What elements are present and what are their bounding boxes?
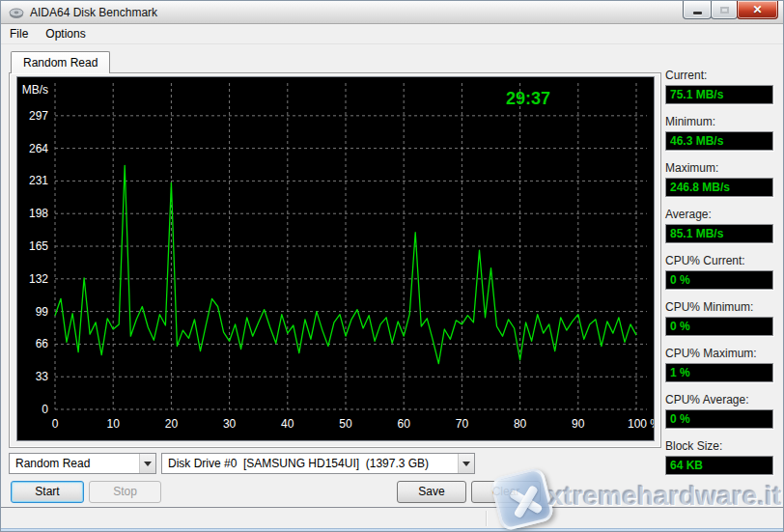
status-bar-separator	[486, 511, 487, 526]
stats-panel: Current: 75.1 MB/s Minimum: 46.3 MB/s Ma…	[665, 69, 773, 486]
chevron-down-icon	[144, 462, 152, 466]
svg-text:20: 20	[165, 417, 179, 431]
svg-text:80: 80	[514, 417, 527, 431]
svg-text:90: 90	[572, 417, 585, 431]
svg-text:40: 40	[281, 417, 294, 431]
stat-average-label: Average:	[665, 208, 773, 222]
stat-maximum-value: 246.8 MB/s	[665, 178, 773, 197]
stat-cpu-minimum-label: CPU% Minimum:	[665, 300, 773, 315]
svg-text:264: 264	[29, 142, 48, 155]
svg-text:50: 50	[339, 417, 352, 431]
tab-random-read[interactable]: Random Read	[11, 51, 110, 73]
chevron-down-icon	[462, 462, 470, 466]
svg-text:231: 231	[29, 174, 48, 187]
svg-text:66: 66	[36, 337, 49, 350]
svg-text:297: 297	[29, 109, 48, 123]
svg-text:165: 165	[29, 239, 48, 253]
stat-current-value: 75.1 MB/s	[665, 85, 773, 104]
stat-cpu-average-value: 0 %	[665, 409, 773, 429]
svg-text:30: 30	[223, 417, 237, 431]
maximize-icon	[720, 7, 729, 14]
stat-cpu-maximum-value: 1 %	[665, 363, 773, 382]
benchmark-type-value: Random Read	[10, 457, 139, 470]
window-title: AIDA64 Disk Benchmark	[30, 6, 157, 19]
svg-text:29:37: 29:37	[506, 89, 550, 108]
svg-text:33: 33	[36, 370, 49, 383]
svg-text:0: 0	[52, 417, 59, 431]
svg-text:60: 60	[398, 417, 411, 431]
stat-cpu-minimum-value: 0 %	[665, 317, 773, 336]
stat-block-size-value: 64 KB	[665, 456, 773, 475]
stat-cpu-current-label: CPU% Current:	[665, 254, 773, 268]
stat-minimum-value: 46.3 MB/s	[665, 131, 773, 151]
svg-text:99: 99	[36, 305, 49, 319]
stat-average-value: 85.1 MB/s	[665, 224, 773, 243]
menu-options[interactable]: Options	[37, 24, 94, 43]
svg-text:0: 0	[42, 403, 48, 416]
stat-minimum-label: Minimum:	[665, 115, 773, 129]
chart-canvas: 0336699132165198231264297010203040506070…	[17, 77, 654, 440]
disk-drive-select[interactable]: Disk Drive #0 [SAMSUNG HD154UI] (1397.3 …	[161, 453, 475, 474]
benchmark-type-dropdown-arrow[interactable]	[139, 454, 155, 473]
svg-text:MB/s: MB/s	[22, 83, 48, 97]
benchmark-chart: 0336699132165198231264297010203040506070…	[16, 76, 655, 441]
menu-file[interactable]: File	[1, 24, 37, 43]
window-controls: ✕	[684, 1, 778, 19]
svg-text:132: 132	[29, 272, 48, 286]
minimize-icon	[693, 12, 702, 14]
stat-cpu-current-value: 0 %	[665, 270, 773, 290]
stat-cpu-average-label: CPU% Average:	[665, 393, 773, 407]
disk-drive-value: Disk Drive #0 [SAMSUNG HD154UI] (1397.3 …	[162, 457, 458, 470]
start-button[interactable]: Start	[11, 481, 84, 503]
svg-text:100 %: 100 %	[628, 417, 654, 431]
disk-drive-dropdown-arrow[interactable]	[458, 454, 474, 473]
close-button[interactable]: ✕	[737, 1, 778, 19]
stat-maximum-label: Maximum:	[665, 161, 773, 176]
svg-text:70: 70	[456, 417, 469, 431]
minimize-button[interactable]	[683, 1, 712, 19]
svg-text:10: 10	[107, 417, 121, 431]
menu-bar: File Options	[1, 24, 783, 44]
svg-text:198: 198	[29, 207, 48, 220]
benchmark-type-select[interactable]: Random Read	[9, 453, 156, 474]
window-bottom-frame	[1, 528, 783, 532]
stop-button[interactable]: Stop	[89, 481, 161, 503]
clear-button[interactable]: Clear	[471, 481, 541, 503]
status-bar	[1, 507, 783, 528]
disk-drive-icon	[9, 6, 24, 19]
close-icon: ✕	[752, 3, 762, 16]
stat-block-size-label: Block Size:	[665, 439, 773, 454]
save-button[interactable]: Save	[397, 481, 466, 503]
title-bar: AIDA64 Disk Benchmark ✕	[1, 1, 783, 24]
stat-current-label: Current:	[665, 69, 773, 83]
app-window: AIDA64 Disk Benchmark ✕ File Options Ran…	[0, 0, 784, 532]
maximize-button[interactable]	[711, 1, 738, 19]
stat-cpu-maximum-label: CPU% Maximum:	[665, 347, 773, 361]
